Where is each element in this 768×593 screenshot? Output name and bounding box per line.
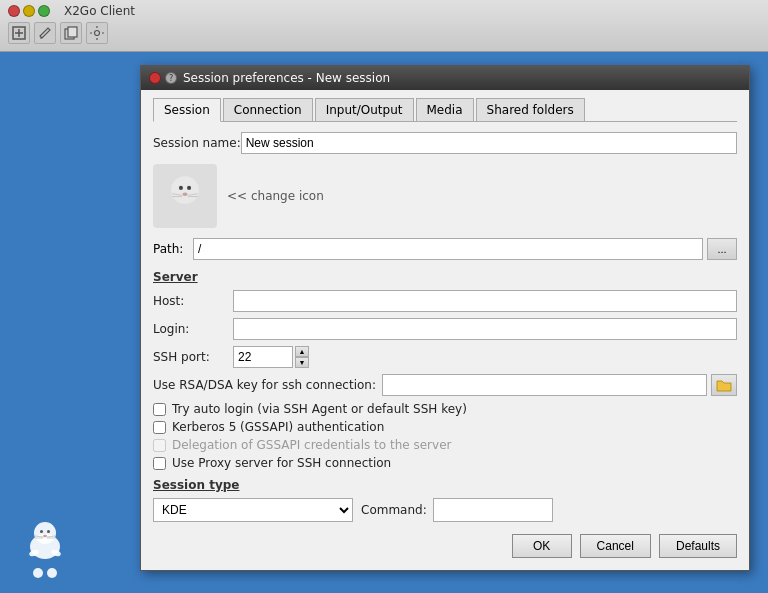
svg-point-19: [171, 176, 199, 204]
tab-input-output[interactable]: Input/Output: [315, 98, 414, 121]
path-label: Path:: [153, 242, 193, 256]
dialog-titlebar: ? Session preferences - New session: [141, 66, 749, 90]
svg-point-6: [95, 31, 100, 36]
ssh-port-input[interactable]: [233, 346, 293, 368]
session-name-input[interactable]: [241, 132, 737, 154]
svg-point-20: [179, 186, 183, 190]
cancel-button[interactable]: Cancel: [580, 534, 651, 558]
window-controls[interactable]: [8, 5, 50, 17]
autologin-label: Try auto login (via SSH Agent or default…: [172, 402, 467, 416]
rsa-key-row: Use RSA/DSA key for ssh connection:: [153, 374, 737, 396]
dialog-title: Session preferences - New session: [183, 71, 390, 85]
session-type-section-label: Session type: [153, 478, 737, 492]
gssapi-label: Delegation of GSSAPI credentials to the …: [172, 438, 451, 452]
path-input[interactable]: [193, 238, 703, 260]
ssh-port-row: SSH port: ▲ ▼: [153, 346, 737, 368]
kerberos-checkbox-row: Kerberos 5 (GSSAPI) authentication: [153, 420, 737, 434]
gssapi-checkbox: [153, 439, 166, 452]
svg-point-8: [34, 522, 56, 544]
ssh-port-spinner[interactable]: ▲ ▼: [295, 346, 309, 368]
svg-point-21: [187, 186, 191, 190]
svg-rect-5: [68, 27, 77, 37]
icon-area: << change icon: [153, 164, 737, 228]
kerberos-checkbox[interactable]: [153, 421, 166, 434]
session-name-row: Session name:: [153, 132, 737, 154]
proxy-checkbox[interactable]: [153, 457, 166, 470]
tab-session[interactable]: Session: [153, 98, 221, 122]
session-type-row: KDE GNOME XFCE LXDE Custom Command:: [153, 498, 737, 522]
session-icon[interactable]: [153, 164, 217, 228]
autologin-checkbox[interactable]: [153, 403, 166, 416]
tab-connection[interactable]: Connection: [223, 98, 313, 121]
command-label: Command:: [361, 503, 427, 517]
svg-point-9: [40, 530, 43, 533]
dialog-help-button[interactable]: ?: [165, 72, 177, 84]
tab-shared-folders[interactable]: Shared folders: [476, 98, 585, 121]
host-label: Host:: [153, 294, 233, 308]
autologin-checkbox-row: Try auto login (via SSH Agent or default…: [153, 402, 737, 416]
gssapi-checkbox-row: Delegation of GSSAPI credentials to the …: [153, 438, 737, 452]
path-browse-button[interactable]: ...: [707, 238, 737, 260]
proxy-label: Use Proxy server for SSH connection: [172, 456, 391, 470]
session-preferences-dialog: ? Session preferences - New session Sess…: [140, 65, 750, 571]
background-panel: [0, 52, 140, 593]
close-button[interactable]: [8, 5, 20, 17]
tab-bar: Session Connection Input/Output Media Sh…: [153, 98, 737, 122]
command-input[interactable]: [433, 498, 553, 522]
dialog-close-button[interactable]: [149, 72, 161, 84]
rsa-browse-button[interactable]: [711, 374, 737, 396]
dialog-window-controls[interactable]: ?: [149, 72, 177, 84]
copy-session-icon[interactable]: [60, 22, 82, 44]
tab-media[interactable]: Media: [416, 98, 474, 121]
session-name-label: Session name:: [153, 136, 241, 150]
new-session-icon[interactable]: [8, 22, 30, 44]
host-row: Host:: [153, 290, 737, 312]
defaults-button[interactable]: Defaults: [659, 534, 737, 558]
rsa-label: Use RSA/DSA key for ssh connection:: [153, 378, 376, 392]
host-input[interactable]: [233, 290, 737, 312]
svg-point-10: [47, 530, 50, 533]
dialog-content: Session Connection Input/Output Media Sh…: [141, 90, 749, 570]
path-row: Path: ...: [153, 238, 737, 260]
rsa-key-input[interactable]: [382, 374, 707, 396]
server-section-label: Server: [153, 270, 737, 284]
edit-session-icon[interactable]: [34, 22, 56, 44]
svg-point-22: [182, 193, 187, 196]
ssh-port-decrement[interactable]: ▼: [295, 357, 309, 368]
login-input[interactable]: [233, 318, 737, 340]
dialog-buttons: OK Cancel Defaults: [153, 534, 737, 558]
ssh-port-increment[interactable]: ▲: [295, 346, 309, 357]
kerberos-label: Kerberos 5 (GSSAPI) authentication: [172, 420, 384, 434]
login-label: Login:: [153, 322, 233, 336]
proxy-checkbox-row: Use Proxy server for SSH connection: [153, 456, 737, 470]
change-icon-label[interactable]: << change icon: [227, 189, 324, 203]
ssh-port-label: SSH port:: [153, 350, 233, 364]
maximize-button[interactable]: [38, 5, 50, 17]
app-title: X2Go Client: [64, 4, 135, 18]
session-type-select[interactable]: KDE GNOME XFCE LXDE Custom: [153, 498, 353, 522]
preferences-icon[interactable]: [86, 22, 108, 44]
minimize-button[interactable]: [23, 5, 35, 17]
taskbar: X2Go Client: [0, 0, 768, 52]
x2go-logo: [20, 514, 70, 578]
login-row: Login:: [153, 318, 737, 340]
ok-button[interactable]: OK: [512, 534, 572, 558]
svg-point-11: [43, 535, 47, 538]
toolbar: [8, 22, 760, 44]
